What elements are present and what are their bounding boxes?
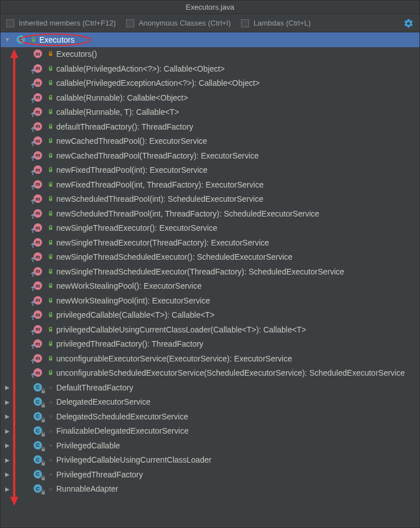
public-icon: [48, 66, 53, 72]
lock-overlay-icon: [40, 489, 46, 495]
expand-arrow-icon[interactable]: [4, 413, 11, 419]
svg-rect-43: [49, 344, 52, 346]
tree-member[interactable]: mprivilegedCallable(Callable<T>): Callab…: [1, 308, 419, 323]
tree-inner-class[interactable]: C○DefaultThreadFactory: [1, 380, 419, 395]
static-overlay-icon: [30, 330, 36, 335]
tree-inner-class[interactable]: C○DelegatedScheduledExecutorService: [1, 409, 419, 424]
member-label: newFixedThreadPool(int): ExecutorService: [56, 165, 207, 174]
method-icon: m: [34, 325, 44, 334]
static-overlay-icon: [30, 199, 36, 205]
expand-arrow-icon[interactable]: [4, 428, 11, 434]
public-icon: [48, 80, 53, 86]
svg-rect-53: [41, 463, 45, 465]
tree-member[interactable]: mnewSingleThreadExecutor(ThreadFactory):…: [1, 235, 419, 250]
method-icon: m: [34, 310, 44, 319]
tree-member[interactable]: mnewSingleThreadExecutor(): ExecutorServ…: [1, 221, 419, 236]
tree-inner-class[interactable]: C○PrivilegedCallable: [1, 438, 419, 453]
tree-member[interactable]: mnewCachedThreadPool(ThreadFactory): Exe…: [1, 148, 419, 163]
svg-rect-48: [41, 390, 45, 393]
method-icon: m: [34, 165, 44, 174]
class-icon: C: [34, 455, 44, 464]
inherited-members-toggle[interactable]: Inherited members (Ctrl+F12): [6, 19, 116, 27]
member-label: privilegedThreadFactory(): ThreadFactory: [56, 339, 203, 348]
tree-member[interactable]: mdefaultThreadFactory(): ThreadFactory: [1, 119, 419, 134]
method-icon: m: [34, 151, 44, 160]
tree-inner-class[interactable]: C○DelegatedExecutorService: [1, 395, 419, 410]
tree-member[interactable]: mnewScheduledThreadPool(int): ScheduledE…: [1, 192, 419, 207]
member-label: newSingleThreadScheduledExecutor(): Sche…: [56, 252, 293, 261]
package-icon: ○: [48, 399, 53, 405]
package-icon: ○: [48, 486, 53, 492]
tree-member[interactable]: mcallable(Runnable): Callable<Object>: [1, 90, 419, 105]
expand-arrow-icon[interactable]: [4, 442, 11, 448]
svg-rect-5: [49, 68, 52, 70]
member-label: newSingleThreadScheduledExecutor(ThreadF…: [56, 267, 344, 276]
static-overlay-icon: [30, 286, 36, 292]
tree-member[interactable]: mnewWorkStealingPool(int): ExecutorServi…: [1, 293, 419, 308]
member-label: newSingleThreadExecutor(ThreadFactory): …: [56, 238, 269, 247]
tree-member[interactable]: munconfigurableExecutorService(ExecutorS…: [1, 351, 419, 366]
private-icon: [48, 51, 53, 57]
tree-inner-class[interactable]: C○PrivilegedThreadFactory: [1, 467, 419, 482]
tree-member[interactable]: mnewSingleThreadScheduledExecutor(): Sch…: [1, 250, 419, 265]
anonymous-classes-toggle[interactable]: Anonymous Classes (Ctrl+I): [126, 19, 231, 27]
tree-member[interactable]: mnewCachedThreadPool(): ExecutorService: [1, 134, 419, 149]
method-icon: m: [34, 296, 44, 305]
tree-member[interactable]: mnewFixedThreadPool(int): ExecutorServic…: [1, 163, 419, 178]
public-icon: [48, 298, 53, 304]
class-icon: C: [34, 426, 44, 435]
expand-arrow-icon[interactable]: [4, 399, 11, 405]
lambdas-toggle[interactable]: Lambdas (Ctrl+L): [241, 19, 311, 27]
expand-arrow-icon[interactable]: [4, 486, 11, 492]
expand-arrow-icon[interactable]: [4, 457, 11, 463]
svg-rect-25: [49, 213, 52, 215]
tree-member[interactable]: mcallable(Runnable, T): Callable<T>: [1, 105, 419, 120]
tree-inner-class[interactable]: C○FinalizableDelegatedExecutorService: [1, 424, 419, 439]
method-icon: m: [34, 209, 44, 218]
tree-member[interactable]: mcallable(PrivilegedAction<?>): Callable…: [1, 61, 419, 76]
tree-member[interactable]: mnewSingleThreadScheduledExecutor(Thread…: [1, 264, 419, 279]
tree-member[interactable]: mnewWorkStealingPool(): ExecutorService: [1, 279, 419, 294]
method-icon: m: [34, 136, 44, 145]
public-icon: [48, 109, 53, 115]
method-icon: m: [34, 238, 44, 247]
static-overlay-icon: [30, 141, 36, 147]
tree-root-executors[interactable]: C Executors: [1, 32, 419, 47]
class-icon: C: [34, 412, 44, 421]
tree-member[interactable]: mcallable(PrivilegedExceptionAction<?>):…: [1, 76, 419, 91]
method-icon: m: [34, 252, 44, 261]
public-icon: [48, 95, 53, 101]
static-overlay-icon: [30, 156, 36, 161]
tree-member[interactable]: mprivilegedCallableUsingCurrentClassLoad…: [1, 322, 419, 337]
member-label: Executors(): [56, 49, 97, 59]
svg-rect-11: [49, 112, 52, 114]
tree-member[interactable]: mnewFixedThreadPool(int, ThreadFactory):…: [1, 177, 419, 192]
svg-rect-52: [41, 448, 45, 451]
svg-rect-23: [49, 199, 52, 201]
static-overlay-icon: [30, 228, 36, 234]
public-icon: [48, 124, 53, 130]
expand-arrow-icon[interactable]: [4, 36, 11, 43]
tree-inner-class[interactable]: C○PrivilegedCallableUsingCurrentClassLoa…: [1, 453, 419, 468]
method-icon: m: [34, 49, 44, 59]
svg-rect-35: [49, 286, 52, 288]
static-overlay-icon: [30, 69, 36, 74]
title-text: Executors.java: [186, 3, 234, 11]
structure-tree[interactable]: C Executors mExecutors()mcallable(Privil…: [1, 32, 419, 527]
tree-member[interactable]: mprivilegedThreadFactory(): ThreadFactor…: [1, 337, 419, 352]
tree-member[interactable]: mnewScheduledThreadPool(int, ThreadFacto…: [1, 206, 419, 221]
tree-member[interactable]: munconfigurableScheduledExecutorService(…: [1, 366, 419, 381]
public-icon: [31, 37, 36, 43]
public-icon: [48, 356, 53, 361]
toolbar: Inherited members (Ctrl+F12) Anonymous C…: [1, 14, 419, 32]
tree-member[interactable]: mExecutors(): [1, 47, 419, 62]
expand-arrow-icon[interactable]: [4, 384, 11, 390]
svg-rect-49: [41, 405, 45, 408]
tree-inner-class[interactable]: C○RunnableAdapter: [1, 482, 419, 497]
expand-arrow-icon[interactable]: [4, 471, 11, 477]
static-overlay-icon: [30, 112, 36, 118]
class-icon: C: [34, 470, 44, 479]
member-label: callable(Runnable, T): Callable<T>: [56, 107, 179, 117]
settings-button[interactable]: [404, 18, 414, 28]
class-icon: C: [34, 484, 44, 493]
